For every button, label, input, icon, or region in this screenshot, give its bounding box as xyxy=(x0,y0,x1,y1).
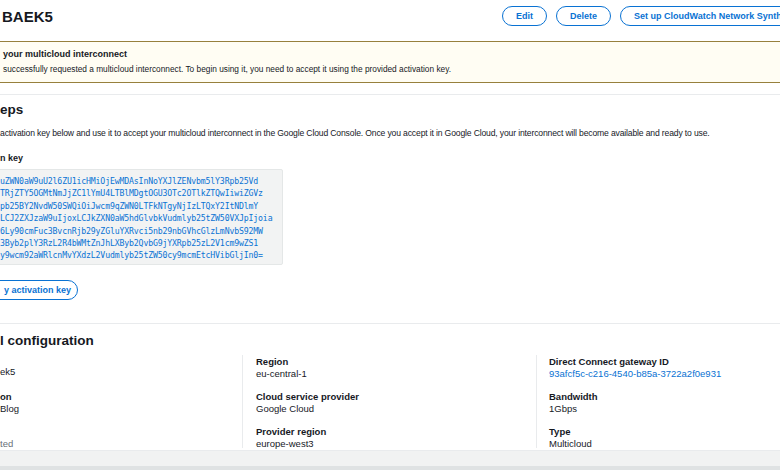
column-divider xyxy=(242,355,243,448)
copy-activation-key-button[interactable]: y activation key xyxy=(0,280,78,300)
activation-key-line: pb25BY2NvdW50SWQiOiJwcm9qZWN0LTFkNTgyNjI… xyxy=(0,200,272,212)
activation-key-text: uZWN0aW9uU2l6ZU1icHMiOjEwMDAsInNoYXJlZEN… xyxy=(0,175,272,262)
region-value: eu-central-1 xyxy=(256,368,307,379)
provider-region-value: europe-west3 xyxy=(256,438,314,449)
cloud-service-provider-value: Google Cloud xyxy=(256,403,314,414)
banner-message: successfully requested a multicloud inte… xyxy=(3,64,451,74)
config-description-value: Blog xyxy=(0,403,19,414)
region-label: Region xyxy=(256,356,288,367)
activation-key-block[interactable]: uZWN0aW9uU2l6ZU1icHMiOjEwMDAsInNoYXJlZEN… xyxy=(0,169,283,265)
next-steps-description: activation key below and use it to accep… xyxy=(0,128,710,138)
acceptance-warning-banner: your multicloud interconnect successfull… xyxy=(0,41,780,83)
config-name-value: ek5 xyxy=(0,366,15,377)
type-label: Type xyxy=(549,426,570,437)
general-configuration-heading: l configuration xyxy=(0,333,94,348)
setup-cloudwatch-button[interactable]: Set up CloudWatch Network Synthetic Mo xyxy=(620,6,780,26)
activation-key-label: n key xyxy=(0,153,23,163)
header-actions: Edit Delete Set up CloudWatch Network Sy… xyxy=(502,6,780,26)
activation-key-line: TRjZTY5OGMtNmJjZC1lYmU4LTBlMDgtOGU3OTc2O… xyxy=(0,187,272,199)
bandwidth-value: 1Gbps xyxy=(549,403,577,414)
cloud-service-provider-label: Cloud service provider xyxy=(256,391,359,402)
type-value: Multicloud xyxy=(549,438,592,449)
page-title: BAEK5 xyxy=(2,8,53,25)
delete-button[interactable]: Delete xyxy=(556,6,611,26)
page: BAEK5 Edit Delete Set up CloudWatch Netw… xyxy=(0,0,780,470)
activation-key-line: 6Ly90cmFuc3BvcnRjb29yZGluYXRvci5nb29nbGV… xyxy=(0,225,272,237)
activation-key-line: y9wcm92aWRlcnMvYXdzL2Vudmlyb25tZW50cy9mc… xyxy=(0,249,272,261)
dx-gateway-id-link[interactable]: 93afcf5c-c216-4540-b85a-3722a2f0e931 xyxy=(549,368,721,379)
next-steps-heading: eps xyxy=(0,102,23,117)
dx-gateway-id-label: Direct Connect gateway ID xyxy=(549,356,669,367)
banner-title: your multicloud interconnect xyxy=(3,49,127,59)
config-state-value: ted xyxy=(0,438,13,449)
activation-key-line: 3Byb2plY3RzL2R4bWMtZnJhLXByb2QvbG9jYXRpb… xyxy=(0,237,272,249)
bandwidth-label: Bandwidth xyxy=(549,391,598,402)
activation-key-line: uZWN0aW9uU2l6ZU1icHMiOjEwMDAsInNoYXJlZEN… xyxy=(0,175,272,187)
column-divider xyxy=(536,355,537,448)
activation-key-line: LCJ2ZXJzaW9uIjoxLCJkZXN0aW5hdGlvbkVudmly… xyxy=(0,212,272,224)
provider-region-label: Provider region xyxy=(256,426,326,437)
config-description-label: on xyxy=(0,391,12,402)
section-divider-config xyxy=(0,323,780,324)
edit-button[interactable]: Edit xyxy=(502,6,547,26)
section-divider-top xyxy=(0,94,780,95)
page-bottom-edge xyxy=(0,466,780,470)
